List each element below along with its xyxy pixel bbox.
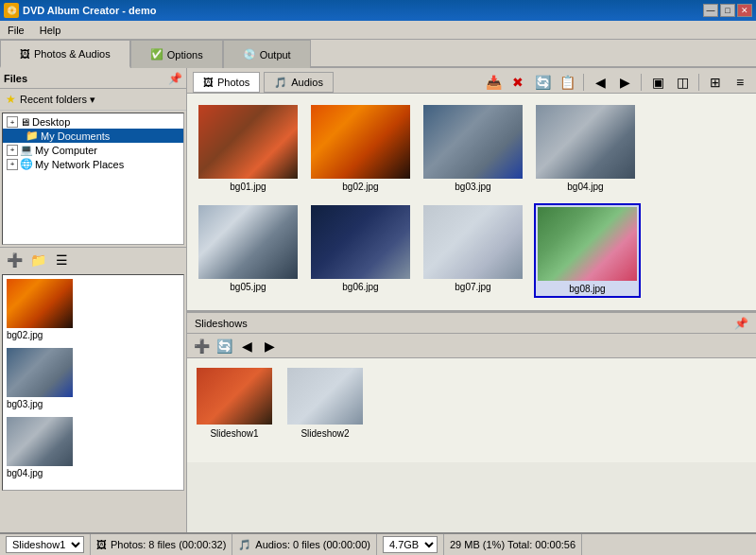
photo-label-bg01: bg01.jpg [230,182,266,192]
status-bar: Slideshow1 Slideshow2 🖼 Photos: 8 files … [0,532,756,555]
tab-options[interactable]: ✅ Options [130,40,223,68]
photo-tab-label: Photos [217,77,249,88]
add-folder-button[interactable]: 📁 [27,250,48,270]
slideshows-toolbar: ➕ 🔄 ◀ ▶ [187,334,756,358]
photo-img-bg07 [423,205,523,279]
photo-img-bg08 [538,207,637,281]
my-network-places-icon: 🌐 [20,158,33,170]
photo-img-bg03 [423,105,523,179]
recent-folders[interactable]: ★ Recent folders ▾ [0,89,186,111]
photo-grid[interactable]: bg01.jpg bg02.jpg bg03.jpg bg04.jpg bg05… [187,94,756,311]
add-slideshow-button[interactable]: ➕ [191,336,212,356]
expand-desktop[interactable]: + [7,116,18,128]
my-documents-icon: 📁 [26,130,39,142]
photo-img-bg04 [536,105,635,179]
recent-folders-label: Recent folders ▾ [20,94,95,106]
slideshow-item-1[interactable]: Slideshow1 [197,368,272,453]
slideshows-content[interactable]: Slideshow1 Slideshow2 [187,358,756,462]
photo-tool1[interactable]: 🔄 [532,72,553,93]
move-up-button[interactable]: ◀ [590,72,610,93]
add-button[interactable]: ➕ [4,250,25,270]
audio-status-icon: 🎵 [238,539,251,551]
tab-options-label: Options [167,49,203,61]
toolbar-sep1 [583,74,584,91]
main-layout: Files 📌 ★ Recent folders ▾ + 🖥 Desktop 📁… [0,68,756,532]
menu-file[interactable]: File [4,24,28,37]
menu-help[interactable]: Help [36,24,65,37]
added-photos-list[interactable]: bg02.jpg bg03.jpg bg04.jpg [2,274,184,491]
thumb-bg04-label: bg04.jpg [7,468,180,478]
star-icon: ★ [6,93,16,106]
thumb-bg03 [7,348,73,397]
my-computer-label: My Computer [35,145,97,156]
status-disk-space: 4.7GB [377,534,444,555]
photo-bg06[interactable]: bg06.jpg [309,203,412,298]
status-memory: 29 MB (1%) Total: 00:00:56 [444,534,582,555]
tree-item-my-network-places[interactable]: + 🌐 My Network Places [3,157,183,171]
photo-bg04[interactable]: bg04.jpg [534,103,637,194]
tab-photos-audios-label: Photos & Audios [34,48,111,60]
photo-bg07[interactable]: bg07.jpg [421,203,524,298]
slideshow-dropdown[interactable]: Slideshow1 Slideshow2 [6,536,84,553]
slideshow-thumb-2 [287,368,363,425]
slideshow-item-2[interactable]: Slideshow2 [287,368,363,453]
right-panel: 🖼 Photos 🎵 Audios 📥 ✖ 🔄 📋 ◀ ▶ ▣ ◫ ⊞ ≡ [187,68,756,532]
remove-photo-button[interactable]: ✖ [507,72,528,93]
minimize-button[interactable]: — [703,4,718,17]
tab-photos-audios[interactable]: 🖼 Photos & Audios [0,40,130,68]
recent-folders-button[interactable]: ★ Recent folders ▾ [6,93,180,106]
my-network-places-label: My Network Places [35,159,124,170]
desktop-icon: 🖥 [20,116,30,128]
file-tree: + 🖥 Desktop 📁 My Documents + 💻 My Comput… [2,113,184,245]
slideshows-label: Slideshows [195,318,248,329]
sub-tab-audios[interactable]: 🎵 Audios [264,72,334,93]
move-down-button[interactable]: ▶ [614,72,635,93]
photo-bg02[interactable]: bg02.jpg [309,103,412,194]
photo-view2[interactable]: ◫ [672,72,693,93]
added-photo-bg03[interactable]: bg03.jpg [3,344,183,413]
status-slideshow-selector[interactable]: Slideshow1 Slideshow2 [0,534,91,555]
photo-tab-icon: 🖼 [203,77,214,88]
slideshow-next[interactable]: ▶ [259,336,280,356]
tab-output[interactable]: 💿 Output [223,40,311,68]
title-bar-controls: — □ ✕ [703,4,752,17]
memory-text: 29 MB (1%) Total: 00:00:56 [450,539,576,550]
grid-view-button[interactable]: ⊞ [705,72,726,93]
photo-status-icon: 🖼 [96,539,107,550]
photo-bg01[interactable]: bg01.jpg [197,103,300,194]
sub-tab-photos[interactable]: 🖼 Photos [193,72,260,93]
disk-dropdown[interactable]: 4.7GB [383,536,438,553]
slideshows-pin-icon[interactable]: 📌 [734,317,748,330]
tree-item-my-computer[interactable]: + 💻 My Computer [3,143,183,157]
slideshow-label-2: Slideshow2 [301,428,349,439]
photo-bg08[interactable]: bg08.jpg [534,203,641,298]
added-photo-bg04[interactable]: bg04.jpg [3,413,183,482]
slideshow-tool1[interactable]: 🔄 [214,336,234,356]
maximize-button[interactable]: □ [720,4,735,17]
output-icon: 💿 [243,48,256,61]
audio-tab-icon: 🎵 [274,77,287,89]
toolbar-sep2 [641,74,642,91]
photo-view1[interactable]: ▣ [647,72,668,93]
bottom-left-panel: ➕ 📁 ☰ bg02.jpg bg03.jpg bg04.jpg [0,247,186,493]
photo-bg05[interactable]: bg05.jpg [197,203,300,298]
slideshow-thumb-1 [197,368,272,425]
list-view-button[interactable]: ☰ [51,250,72,270]
photo-tool2[interactable]: 📋 [557,72,577,93]
tree-item-desktop[interactable]: + 🖥 Desktop [3,115,183,129]
title-bar-text: DVD Album Creator - demo [23,5,156,16]
files-panel-header: Files 📌 [0,68,186,89]
add-photo-button[interactable]: 📥 [483,72,504,93]
expand-my-network-places[interactable]: + [7,159,18,170]
photo-label-bg03: bg03.jpg [455,182,490,192]
slideshow-prev[interactable]: ◀ [236,336,257,356]
tree-item-my-documents[interactable]: 📁 My Documents [3,129,183,143]
bottom-left-toolbar: ➕ 📁 ☰ [0,248,186,272]
pin-icon[interactable]: 📌 [168,72,182,85]
list-view2-button[interactable]: ≡ [730,72,750,93]
close-button[interactable]: ✕ [737,4,752,17]
expand-my-computer[interactable]: + [7,145,18,156]
added-photo-bg02[interactable]: bg02.jpg [3,275,183,344]
photo-bg03[interactable]: bg03.jpg [421,103,524,194]
desktop-label: Desktop [32,116,70,128]
